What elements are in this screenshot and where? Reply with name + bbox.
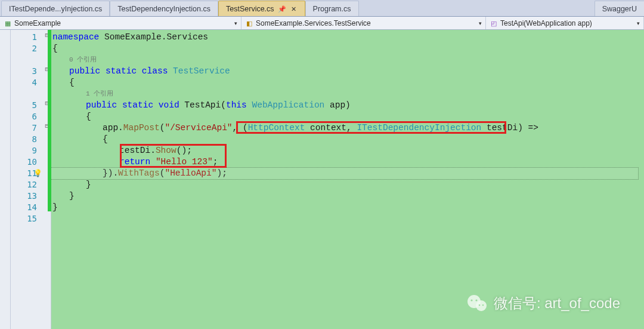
line-number: 14 bbox=[11, 202, 37, 213]
tab-itestdependencyinjection[interactable]: ITestDepende...yInjection.cs bbox=[1, 1, 110, 16]
tab-label: Program.cs bbox=[313, 5, 351, 13]
token: } bbox=[69, 191, 75, 201]
token: } bbox=[52, 202, 58, 212]
tab-strip: ITestDepende...yInjection.cs TestDepende… bbox=[0, 0, 644, 17]
class-icon: ◧ bbox=[245, 19, 253, 27]
code-line[interactable]: testDi.Show(); bbox=[51, 145, 644, 156]
method-icon: ◰ bbox=[490, 19, 498, 27]
token: app. bbox=[103, 123, 123, 133]
line-number: 9 bbox=[11, 145, 37, 156]
token: "/ServiceApi" bbox=[165, 123, 232, 133]
line-number: 6 bbox=[11, 111, 37, 122]
line-number: 15 bbox=[11, 213, 37, 225]
token: (); bbox=[177, 146, 192, 155]
change-tracking-bar bbox=[48, 30, 51, 211]
lightbulb-icon[interactable]: 💡 bbox=[33, 169, 42, 177]
token: public static bbox=[86, 100, 159, 110]
token: { bbox=[52, 44, 58, 53]
codelens-reference[interactable]: 1 个引用 bbox=[51, 88, 644, 100]
tab-label: ITestDepende...yInjection.cs bbox=[9, 5, 102, 13]
token: context, bbox=[310, 123, 357, 133]
project-name: SomeExample bbox=[14, 19, 61, 27]
tab-program[interactable]: Program.cs bbox=[305, 1, 359, 16]
code-editor[interactable]: 123456789101112131415 ⊟⊟⊟⊟ namespace Som… bbox=[0, 30, 644, 329]
code-line[interactable]: { bbox=[51, 134, 644, 145]
code-line[interactable]: { bbox=[51, 77, 644, 88]
codelens-text[interactable]: 1 个引用 bbox=[86, 90, 113, 97]
chevron-down-icon: ▾ bbox=[479, 20, 482, 26]
token: ITestDependencyInjection bbox=[357, 123, 487, 133]
tab-swagger[interactable]: SwaggerU bbox=[595, 1, 644, 16]
tab-label: TestDependencyInjection.cs bbox=[117, 5, 210, 13]
token: namespace bbox=[52, 32, 104, 42]
code-line[interactable]: { bbox=[51, 111, 644, 122]
token: "Hello 123" bbox=[156, 157, 213, 167]
codelens-text[interactable]: 0 个引用 bbox=[69, 56, 97, 63]
line-number: 2 bbox=[11, 43, 37, 54]
token: } bbox=[86, 180, 91, 189]
code-line[interactable]: } bbox=[51, 202, 644, 213]
member-dropdown[interactable]: ◰ TestApi(WebApplication app) ▾ bbox=[486, 17, 644, 29]
code-line[interactable] bbox=[51, 213, 644, 225]
token: public static class bbox=[69, 66, 173, 76]
token: return bbox=[119, 157, 156, 167]
code-line[interactable]: } bbox=[51, 179, 644, 190]
chevron-down-icon: ▾ bbox=[234, 20, 237, 26]
line-number bbox=[11, 54, 37, 66]
token: { bbox=[86, 112, 91, 121]
code-line[interactable]: public static void TestApi(this WebAppli… bbox=[51, 100, 644, 111]
code-line[interactable]: public static class TestService bbox=[51, 66, 644, 77]
project-dropdown[interactable]: ▦ SomeExample ▾ bbox=[0, 17, 242, 29]
token: testDi) => bbox=[487, 123, 538, 133]
line-number: 1 bbox=[11, 32, 37, 43]
chevron-down-icon: ▾ bbox=[637, 20, 640, 26]
token: WebApplication bbox=[252, 100, 330, 110]
token: SomeExample.Services bbox=[104, 32, 208, 42]
token: { bbox=[103, 134, 108, 144]
line-number: 7 bbox=[11, 122, 37, 134]
token: , ( bbox=[233, 123, 248, 133]
line-number: 13 bbox=[11, 190, 37, 202]
token: this bbox=[226, 100, 252, 110]
code-line[interactable]: namespace SomeExample.Services bbox=[51, 32, 644, 43]
breakpoint-margin[interactable] bbox=[0, 30, 11, 329]
csharp-project-icon: ▦ bbox=[4, 19, 12, 27]
code-line[interactable]: app.MapPost("/ServiceApi", (HttpContext … bbox=[51, 122, 644, 134]
tab-label: TestService.cs bbox=[226, 5, 274, 13]
pin-icon[interactable]: 📌 bbox=[278, 5, 286, 13]
token: WithTags bbox=[118, 168, 160, 178]
token: }). bbox=[103, 168, 118, 178]
type-name: SomeExample.Services.TestService bbox=[256, 19, 371, 27]
token: MapPost bbox=[123, 123, 160, 133]
close-icon[interactable]: ✕ bbox=[290, 5, 298, 13]
line-number-gutter: 123456789101112131415 bbox=[11, 30, 43, 329]
token: ; bbox=[213, 157, 218, 167]
code-surface[interactable]: namespace SomeExample.Services{0 个引用publ… bbox=[51, 30, 644, 329]
line-number bbox=[11, 88, 37, 100]
tab-testservice[interactable]: TestService.cs 📌 ✕ bbox=[218, 1, 305, 16]
line-number: 8 bbox=[11, 134, 37, 145]
line-number: 4 bbox=[11, 77, 37, 88]
token: "HelloApi" bbox=[165, 168, 216, 178]
code-line[interactable]: }).WithTags("HelloApi"); bbox=[51, 168, 644, 179]
token: TestService bbox=[173, 66, 230, 76]
line-number: 12 bbox=[11, 179, 37, 190]
token: app) bbox=[330, 100, 351, 110]
tab-label: SwaggerU bbox=[602, 5, 637, 13]
token: TestApi( bbox=[184, 100, 226, 110]
type-dropdown[interactable]: ◧ SomeExample.Services.TestService ▾ bbox=[242, 17, 486, 29]
navigation-bar: ▦ SomeExample ▾ ◧ SomeExample.Services.T… bbox=[0, 17, 644, 30]
token: ); bbox=[216, 168, 227, 178]
code-line[interactable]: return "Hello 123"; bbox=[51, 156, 644, 168]
token: HttpContext bbox=[248, 123, 310, 133]
fold-toggle bbox=[43, 213, 51, 225]
token: void bbox=[159, 100, 185, 110]
token: testDi. bbox=[119, 146, 156, 155]
code-line[interactable]: { bbox=[51, 43, 644, 54]
line-number: 5 bbox=[11, 100, 37, 111]
member-name: TestApi(WebApplication app) bbox=[500, 19, 592, 27]
line-number: 3 bbox=[11, 66, 37, 77]
code-line[interactable]: } bbox=[51, 190, 644, 202]
tab-testdependencyinjection[interactable]: TestDependencyInjection.cs bbox=[110, 1, 218, 16]
codelens-reference[interactable]: 0 个引用 bbox=[51, 54, 644, 66]
